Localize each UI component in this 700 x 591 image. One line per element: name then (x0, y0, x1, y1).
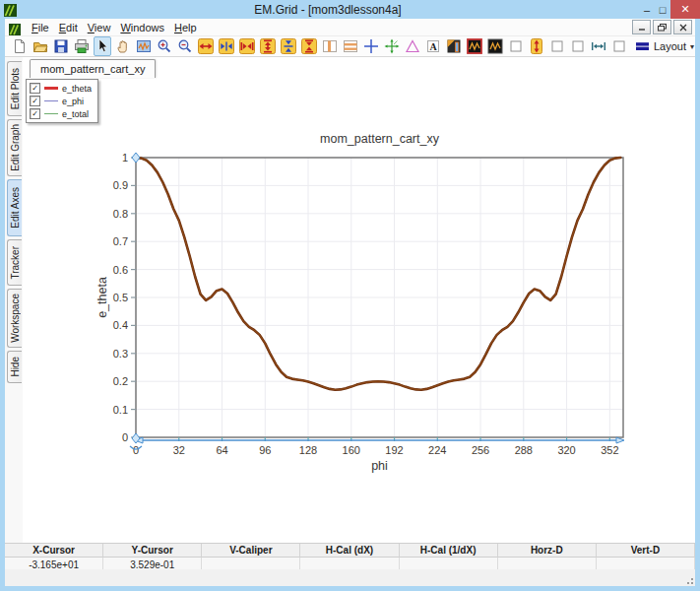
save-button[interactable] (52, 36, 70, 56)
legend-line-sample (44, 87, 58, 90)
zoom-in-button[interactable] (156, 36, 173, 56)
shrink-x-axis-button[interactable] (218, 36, 235, 56)
svg-text:0.1: 0.1 (113, 404, 128, 416)
sidebar-tab-workspace[interactable]: Workspace (7, 289, 22, 348)
legend-checkbox-e-total[interactable]: ✓ (30, 108, 40, 119)
legend-label: e_theta (62, 84, 92, 94)
legend-label: e_total (62, 109, 89, 119)
menu-edit[interactable]: Edit (54, 21, 83, 34)
svg-text:352: 352 (601, 444, 618, 456)
h-caliper-icon[interactable] (590, 36, 607, 56)
v-caliper-right-checkbox[interactable] (548, 36, 566, 56)
status-col-header: H-Cal (dX) (300, 544, 399, 558)
close-button[interactable]: ✕ (670, 0, 700, 19)
window-title: EM.Grid - [mom3dlesson4a] (17, 3, 639, 17)
mdi-restore-button[interactable] (653, 20, 671, 34)
svg-text:0.2: 0.2 (113, 375, 128, 387)
svg-text:0.7: 0.7 (113, 235, 128, 247)
menu-windows[interactable]: Windows (115, 21, 169, 34)
shrink-y-axis-button[interactable] (280, 36, 297, 56)
fit-x-axis-button[interactable] (238, 36, 256, 56)
split-horizontal-button[interactable] (342, 36, 359, 56)
svg-text:0: 0 (122, 431, 128, 443)
status-col-header: Vert-D (597, 544, 695, 558)
tracker-axes-button[interactable] (383, 36, 401, 56)
sidebar-tab-edit-graph[interactable]: Edit Graph (7, 119, 22, 176)
new-file-button[interactable] (11, 36, 29, 56)
v-caliper-icon[interactable] (528, 36, 545, 56)
plot-canvas[interactable]: 032649612816019222425628832035200.10.20.… (94, 128, 645, 475)
sidebar-tab-edit-axes[interactable]: Edit Axes (7, 179, 22, 236)
svg-text:0.3: 0.3 (113, 348, 128, 360)
legend-row: ✓ e_phi (30, 95, 92, 107)
zoom-out-button[interactable] (176, 36, 194, 56)
legend-checkbox-e-phi[interactable]: ✓ (30, 96, 40, 106)
text-annotation-button[interactable]: A (424, 36, 442, 56)
trace-style-selected-button[interactable] (466, 36, 483, 56)
svg-text:A: A (429, 41, 437, 52)
layout-dropdown-button[interactable]: Layout ▾ (631, 37, 698, 55)
open-file-button[interactable] (32, 36, 49, 56)
caliper-triangle-button[interactable] (404, 36, 421, 56)
menu-file[interactable]: File (27, 21, 54, 34)
legend-row: ✓ e_total (30, 107, 92, 120)
window-footer (5, 569, 695, 586)
fit-y-axis-button[interactable] (300, 36, 318, 56)
expand-y-axis-button[interactable] (259, 36, 277, 56)
status-col-header: H-Cal (1/dX) (400, 544, 498, 558)
print-button[interactable] (73, 36, 91, 56)
svg-text:0: 0 (133, 444, 139, 456)
svg-text:phi: phi (371, 459, 388, 473)
resize-grip[interactable] (683, 574, 693, 584)
sidebar-tab-edit-plots[interactable]: Edit Plots (7, 61, 22, 116)
h-caliper-left-checkbox[interactable] (569, 36, 587, 56)
status-col-header: X-Cursor (5, 544, 103, 558)
svg-text:320: 320 (557, 444, 575, 456)
legend-checkbox-e-theta[interactable]: ✓ (30, 83, 40, 94)
pan-tool-button[interactable] (114, 36, 132, 56)
toolbar: A Layout ▾ (5, 35, 695, 57)
svg-text:0.9: 0.9 (113, 179, 128, 191)
svg-text:32: 32 (173, 444, 185, 456)
maximize-button[interactable]: □ (655, 0, 670, 19)
svg-text:e_theta: e_theta (95, 277, 109, 318)
v-caliper-left-checkbox[interactable] (507, 36, 525, 56)
mdi-close-button[interactable] (673, 20, 692, 34)
legend-row: ✓ e_theta (30, 82, 92, 95)
app-logo-icon (4, 3, 17, 16)
svg-text:0.6: 0.6 (113, 264, 128, 276)
document-tab[interactable]: mom_pattern_cart_xy (30, 59, 156, 78)
plot-legend: ✓ e_theta ✓ e_phi ✓ e_total (26, 79, 98, 123)
svg-text:192: 192 (385, 444, 403, 456)
mdi-minimize-button[interactable] (632, 20, 651, 34)
h-caliper-right-checkbox[interactable] (610, 36, 628, 56)
svg-text:0.4: 0.4 (113, 319, 128, 331)
mdi-window-controls (632, 20, 692, 34)
sidebar-tab-hide[interactable]: Hide (7, 351, 22, 383)
document-logo-icon (9, 22, 21, 33)
status-col-header: V-Caliper (202, 544, 300, 558)
svg-text:128: 128 (299, 444, 317, 456)
svg-text:256: 256 (472, 444, 489, 456)
dropdown-caret-icon: ▾ (690, 42, 694, 51)
pointer-tool-button[interactable] (94, 36, 111, 56)
svg-text:288: 288 (515, 444, 533, 456)
expand-x-axis-button[interactable] (197, 36, 215, 56)
sidebar: Edit Plots Edit Graph Edit Axes Tracker … (5, 57, 23, 543)
svg-text:224: 224 (428, 444, 446, 456)
minimize-button[interactable]: – (639, 0, 655, 19)
trace-style-button[interactable] (486, 36, 504, 56)
titlebar: EM.Grid - [mom3dlesson4a] – □ ✕ (0, 0, 700, 19)
menu-help[interactable]: Help (169, 21, 202, 34)
svg-text:mom_pattern_cart_xy: mom_pattern_cart_xy (320, 132, 440, 146)
legend-label: e_phi (62, 97, 84, 106)
split-vertical-button[interactable] (321, 36, 339, 56)
zoom-region-tool-button[interactable] (135, 36, 153, 56)
svg-text:1: 1 (122, 152, 128, 164)
crosshair-button[interactable] (362, 36, 380, 56)
color-picker-button[interactable] (445, 36, 463, 56)
legend-line-sample (44, 113, 58, 115)
menu-view[interactable]: View (83, 21, 116, 34)
status-col-header: Horz-D (498, 544, 597, 558)
sidebar-tab-tracker[interactable]: Tracker (7, 239, 22, 286)
